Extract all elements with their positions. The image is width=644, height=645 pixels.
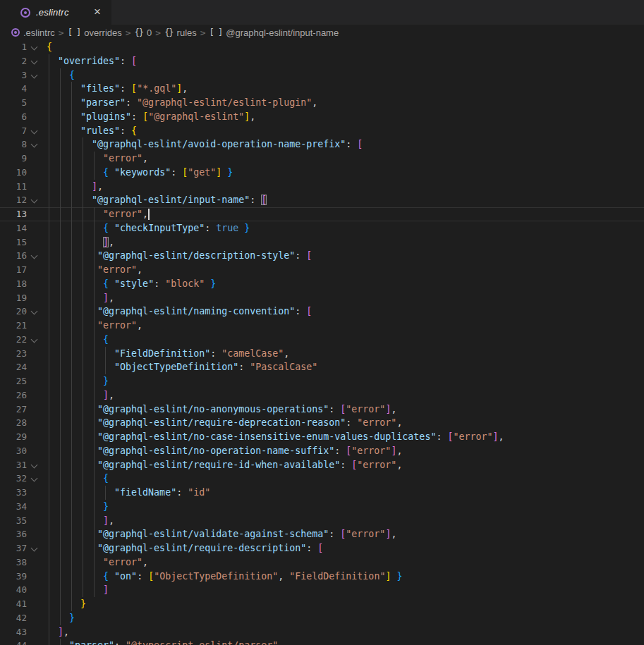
- code-line-37[interactable]: 37 "@graphql-eslint/require-description"…: [0, 541, 644, 555]
- code-line-34[interactable]: 34 }: [0, 500, 644, 514]
- code-line-8[interactable]: 8 "@graphql-eslint/avoid-operation-name-…: [0, 137, 644, 152]
- code-line-44[interactable]: 44 "parser": "@typescript-eslint/parser"…: [0, 639, 644, 645]
- fold-chevron-down-icon[interactable]: [31, 308, 38, 315]
- breadcrumb-item--graphql-eslint-input-name[interactable]: [ ]@graphql-eslint/input-name: [209, 27, 339, 38]
- tab-eslintrc[interactable]: .eslintrc ×: [0, 0, 111, 25]
- fold-chevron-down-icon[interactable]: [31, 252, 38, 259]
- token: ,: [284, 348, 289, 359]
- code-line-41[interactable]: 41 }: [0, 597, 644, 611]
- token: }: [396, 571, 402, 582]
- code-line-43[interactable]: 43 ],: [0, 625, 644, 639]
- code-line-6[interactable]: 6 "plugins": ["@graphql-eslint"],: [0, 110, 644, 124]
- token: {: [103, 334, 109, 345]
- code-text: { "style": "block" }: [47, 277, 216, 291]
- token: [: [148, 571, 154, 582]
- code-line-21[interactable]: 21 "error",: [0, 319, 644, 333]
- code-line-5[interactable]: 5 "parser": "@graphql-eslint/eslint-plug…: [0, 96, 644, 110]
- breadcrumb-item-0[interactable]: {}0: [135, 27, 152, 38]
- code-line-31[interactable]: 31 "@graphql-eslint/require-id-when-avai…: [0, 458, 644, 472]
- close-icon[interactable]: ×: [90, 6, 104, 20]
- code-line-10[interactable]: 10 { "keywords": ["get"] }: [0, 166, 644, 180]
- token: :: [205, 223, 216, 233]
- code-line-27[interactable]: 27 "@graphql-eslint/no-anonymous-operati…: [0, 403, 644, 417]
- fold-chevron-down-icon[interactable]: [31, 141, 38, 148]
- code-text: "error",: [47, 263, 142, 277]
- code-line-13[interactable]: 13 "error",: [0, 207, 644, 221]
- token: [109, 278, 114, 289]
- code-line-32[interactable]: 32 {: [0, 472, 644, 486]
- code-text: ],: [47, 514, 114, 528]
- code-line-18[interactable]: 18 { "style": "block" }: [0, 277, 644, 291]
- line-number: 39: [0, 570, 27, 584]
- code-line-12[interactable]: 12 "@graphql-eslint/input-name": [: [0, 193, 644, 207]
- eslint-icon: [20, 8, 30, 18]
- code-text: "@graphql-eslint/naming-convention": [: [47, 305, 312, 319]
- code-editor[interactable]: 1{2 "overrides": [3 {4 "files": ["*.gql"…: [0, 40, 644, 645]
- token: }: [103, 501, 109, 512]
- code-line-4[interactable]: 4 "files": ["*.gql"],: [0, 82, 644, 96]
- line-number: 29: [0, 430, 27, 444]
- code-line-23[interactable]: 23 "FieldDefinition": "camelCase",: [0, 347, 644, 361]
- fold-chevron-down-icon[interactable]: [31, 475, 38, 482]
- fold-chevron-down-icon[interactable]: [31, 44, 38, 51]
- token: "@graphql-eslint": [148, 111, 244, 122]
- code-line-16[interactable]: 16 "@graphql-eslint/description-style": …: [0, 249, 644, 263]
- code-line-2[interactable]: 2 "overrides": [: [0, 54, 644, 68]
- code-line-14[interactable]: 14 { "checkInputType": true }: [0, 221, 644, 235]
- code-line-26[interactable]: 26 ],: [0, 388, 644, 403]
- code-line-29[interactable]: 29 "@graphql-eslint/no-case-insensitive-…: [0, 430, 644, 444]
- token: {: [103, 473, 109, 484]
- code-line-38[interactable]: 38 "error",: [0, 555, 644, 570]
- line-number: 19: [0, 291, 27, 305]
- code-line-25[interactable]: 25 }: [0, 374, 644, 388]
- token: "parser": [80, 97, 126, 108]
- token: :: [329, 529, 340, 539]
- token: ]: [103, 390, 109, 400]
- token: :: [238, 362, 250, 372]
- code-line-22[interactable]: 22 {: [0, 333, 644, 347]
- code-line-33[interactable]: 33 "fieldName": "id": [0, 486, 644, 500]
- fold-chevron-down-icon[interactable]: [31, 71, 38, 78]
- line-number: 34: [0, 500, 27, 514]
- line-number: 23: [0, 347, 27, 361]
- code-text: "@graphql-eslint/require-description": [: [47, 541, 323, 555]
- line-number: 42: [0, 611, 27, 625]
- code-line-7[interactable]: 7 "rules": {: [0, 124, 644, 138]
- token: :: [295, 306, 306, 317]
- code-line-11[interactable]: 11 ],: [0, 180, 644, 194]
- line-number: 8: [0, 137, 27, 152]
- code-line-39[interactable]: 39 { "on": ["ObjectTypeDefinition", "Fie…: [0, 570, 644, 584]
- code-line-17[interactable]: 17 "error",: [0, 263, 644, 277]
- code-line-20[interactable]: 20 "@graphql-eslint/naming-convention": …: [0, 305, 644, 319]
- token: :: [436, 431, 447, 442]
- code-line-28[interactable]: 28 "@graphql-eslint/require-deprecation-…: [0, 416, 644, 430]
- code-line-24[interactable]: 24 "ObjectTypeDefinition": "PascalCase": [0, 360, 644, 374]
- code-line-42[interactable]: 42 }: [0, 611, 644, 625]
- token: :: [295, 250, 306, 261]
- breadcrumb-item-overrides[interactable]: [ ]overrides: [68, 27, 122, 38]
- breadcrumb-item--eslintrc[interactable]: .eslintrc: [11, 27, 55, 38]
- code-text: { "keywords": ["get"] }: [47, 166, 233, 180]
- fold-chevron-down-icon[interactable]: [31, 545, 38, 552]
- fold-chevron-down-icon[interactable]: [31, 197, 38, 204]
- code-line-35[interactable]: 35 ],: [0, 514, 644, 528]
- breadcrumb-item-rules[interactable]: {}rules: [164, 27, 197, 38]
- code-line-36[interactable]: 36 "@graphql-eslint/validate-against-sch…: [0, 527, 644, 541]
- line-number: 36: [0, 527, 27, 541]
- code-line-19[interactable]: 19 ],: [0, 291, 644, 305]
- code-line-9[interactable]: 9 "error",: [0, 152, 644, 166]
- fold-chevron-down-icon[interactable]: [31, 336, 38, 343]
- token: :: [176, 487, 188, 498]
- fold-chevron-down-icon[interactable]: [31, 57, 38, 64]
- code-text: "error",: [47, 555, 148, 570]
- token: "parser": [69, 640, 114, 645]
- code-line-30[interactable]: 30 "@graphql-eslint/no-operation-name-su…: [0, 444, 644, 458]
- token: "@graphql-eslint/input-name": [92, 195, 250, 205]
- fold-chevron-down-icon[interactable]: [31, 127, 38, 134]
- fold-chevron-down-icon[interactable]: [31, 461, 38, 468]
- code-line-15[interactable]: 15 ],: [0, 235, 644, 250]
- code-line-40[interactable]: 40 ]: [0, 583, 644, 597]
- code-line-1[interactable]: 1{: [0, 40, 644, 54]
- line-number: 4: [0, 82, 27, 96]
- code-line-3[interactable]: 3 {: [0, 68, 644, 82]
